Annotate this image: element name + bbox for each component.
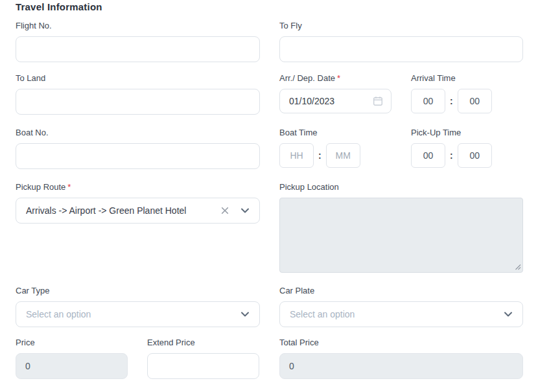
group-date-arrival: Arr./ Dep. Date* <box>279 74 523 115</box>
price-input <box>16 353 128 379</box>
to-land-label: To Land <box>16 74 260 83</box>
field-total-price: Total Price <box>279 338 523 379</box>
row-car: Car Type Select an option Car Plate Sele… <box>16 286 523 327</box>
field-to-land: To Land <box>16 74 260 115</box>
row-flight: Flight No. To Fly <box>16 21 523 62</box>
group-boat-pickup-time: Boat Time : Pick-Up Time : <box>279 128 523 169</box>
to-land-input[interactable] <box>16 89 260 115</box>
car-type-select[interactable]: Select an option <box>16 301 260 327</box>
flight-no-label: Flight No. <box>16 21 260 30</box>
pickup-route-label: Pickup Route* <box>16 183 260 192</box>
field-pick-up-time: Pick-Up Time : <box>411 128 523 168</box>
extend-price-input[interactable] <box>147 353 259 379</box>
row-land-date: To Land Arr./ Dep. Date* <box>16 74 523 115</box>
group-price: Price Extend Price <box>16 338 260 379</box>
field-arrival-time: Arrival Time : <box>411 74 523 113</box>
calendar-icon[interactable] <box>373 96 383 106</box>
chevron-down-icon[interactable] <box>240 309 250 319</box>
required-asterisk: * <box>67 182 71 192</box>
car-plate-placeholder: Select an option <box>290 309 355 319</box>
pick-up-time-hour-input[interactable] <box>411 143 445 168</box>
boat-time-hour-input[interactable] <box>279 143 314 168</box>
field-pickup-location: Pickup Location <box>279 183 523 273</box>
field-pickup-route: Pickup Route* Arrivals -> Airport -> Gre… <box>16 183 260 273</box>
car-type-placeholder: Select an option <box>26 309 91 319</box>
pickup-location-textarea <box>279 198 523 273</box>
field-car-plate: Car Plate Select an option <box>279 286 523 327</box>
car-plate-select[interactable]: Select an option <box>279 301 523 327</box>
pick-up-time-label: Pick-Up Time <box>411 128 523 137</box>
pick-up-time-minute-input[interactable] <box>458 143 492 168</box>
page-title: Travel Information <box>16 1 523 13</box>
chevron-down-icon[interactable] <box>503 309 513 319</box>
field-car-type: Car Type Select an option <box>16 286 260 327</box>
resize-grip-icon[interactable] <box>514 263 521 270</box>
clear-icon[interactable] <box>220 206 229 215</box>
total-price-label: Total Price <box>279 338 523 347</box>
pickup-route-select[interactable]: Arrivals -> Airport -> Green Planet Hote… <box>16 198 260 224</box>
field-arr-dep-date: Arr./ Dep. Date* <box>279 74 392 113</box>
boat-no-label: Boat No. <box>16 128 260 137</box>
boat-no-input[interactable] <box>16 143 260 169</box>
time-separator: : <box>450 96 453 106</box>
field-extend-price: Extend Price <box>147 338 259 379</box>
time-separator: : <box>318 150 322 161</box>
field-boat-no: Boat No. <box>16 128 260 169</box>
to-fly-label: To Fly <box>279 21 523 30</box>
field-price: Price <box>16 338 128 379</box>
arr-dep-date-label: Arr./ Dep. Date* <box>279 74 392 83</box>
row-boat: Boat No. Boat Time : Pick-Up Time <box>16 128 523 169</box>
to-fly-input[interactable] <box>279 36 523 62</box>
car-type-label: Car Type <box>16 286 260 295</box>
pickup-route-value: Arrivals -> Airport -> Green Planet Hote… <box>26 205 186 216</box>
arrival-time-minute-input[interactable] <box>458 89 492 113</box>
field-flight-no: Flight No. <box>16 21 260 62</box>
row-price: Price Extend Price Total Price <box>16 338 523 379</box>
arrival-time-hour-input[interactable] <box>411 89 445 113</box>
field-to-fly: To Fly <box>279 21 523 62</box>
price-label: Price <box>16 338 128 347</box>
row-pickup: Pickup Route* Arrivals -> Airport -> Gre… <box>16 183 523 273</box>
required-asterisk: * <box>337 73 340 83</box>
field-boat-time: Boat Time : <box>279 128 392 168</box>
chevron-down-icon[interactable] <box>240 205 250 216</box>
travel-information-form: Travel Information Flight No. To Fly To … <box>0 0 538 379</box>
boat-time-minute-input[interactable] <box>326 143 360 168</box>
pickup-location-label: Pickup Location <box>279 183 523 192</box>
car-plate-label: Car Plate <box>279 286 523 295</box>
arrival-time-label: Arrival Time <box>411 74 523 83</box>
extend-price-label: Extend Price <box>147 338 259 347</box>
boat-time-label: Boat Time <box>279 128 392 137</box>
flight-no-input[interactable] <box>16 36 260 62</box>
time-separator: : <box>450 150 453 161</box>
total-price-input <box>279 353 523 379</box>
